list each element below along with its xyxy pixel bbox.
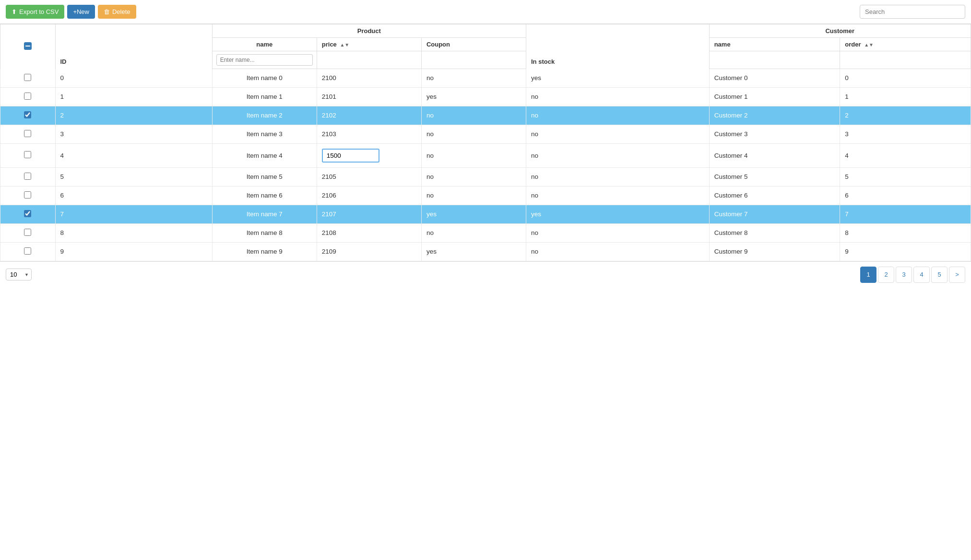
row-coupon: no	[421, 125, 526, 143]
name-filter-input[interactable]	[216, 54, 313, 66]
row-order: 1	[840, 87, 971, 106]
row-coupon: no	[421, 143, 526, 167]
row-id: 5	[55, 167, 212, 186]
row-price: 2108	[317, 223, 421, 242]
coupon-col-header: Coupon	[421, 38, 526, 51]
table-row: 7Item name 72107yesyesCustomer 77	[0, 205, 971, 223]
row-id: 9	[55, 242, 212, 261]
export-csv-button[interactable]: ⬆ Export to CSV	[6, 5, 64, 19]
row-order: 6	[840, 186, 971, 205]
row-coupon: no	[421, 223, 526, 242]
page-next-button[interactable]: >	[949, 267, 965, 283]
coupon-filter-cell	[421, 51, 526, 69]
data-table: ID Product In stock Customer name price	[0, 24, 971, 261]
row-checkbox-cell	[0, 205, 56, 223]
header-group-row: ID Product In stock Customer	[0, 24, 971, 38]
page-button-2[interactable]: 2	[878, 267, 894, 283]
row-item-name: Item name 1	[212, 87, 317, 106]
row-checkbox[interactable]	[24, 191, 31, 198]
row-customer-name: Customer 1	[709, 87, 840, 106]
table-body: 0Item name 02100noyesCustomer 001Item na…	[0, 69, 971, 261]
row-checkbox[interactable]	[24, 210, 31, 217]
price-col-header[interactable]: price ▲▼	[317, 38, 421, 51]
row-in-stock: no	[526, 87, 709, 106]
data-table-wrap: ID Product In stock Customer name price	[0, 24, 971, 261]
table-row: 0Item name 02100noyesCustomer 00	[0, 69, 971, 88]
row-checkbox[interactable]	[24, 130, 31, 137]
page-button-5[interactable]: 5	[931, 267, 947, 283]
page-button-1[interactable]: 1	[860, 267, 876, 283]
row-checkbox[interactable]	[24, 247, 31, 255]
toolbar: ⬆ Export to CSV +New 🗑 Delete	[0, 0, 971, 24]
row-order: 5	[840, 167, 971, 186]
row-customer-name: Customer 7	[709, 205, 840, 223]
row-id: 8	[55, 223, 212, 242]
row-price: 2107	[317, 205, 421, 223]
table-row: 4Item name 4nonoCustomer 44	[0, 143, 971, 167]
search-input[interactable]	[860, 5, 965, 19]
row-checkbox-cell	[0, 143, 56, 167]
export-label: Export to CSV	[19, 8, 59, 15]
row-checkbox[interactable]	[24, 111, 31, 118]
row-in-stock: no	[526, 106, 709, 125]
row-id: 7	[55, 205, 212, 223]
row-in-stock: yes	[526, 205, 709, 223]
page-button-4[interactable]: 4	[913, 267, 930, 283]
row-price: 2101	[317, 87, 421, 106]
row-checkbox-cell	[0, 242, 56, 261]
row-customer-name: Customer 9	[709, 242, 840, 261]
new-button[interactable]: +New	[67, 5, 95, 19]
row-in-stock: yes	[526, 69, 709, 88]
row-id: 4	[55, 143, 212, 167]
row-in-stock: no	[526, 125, 709, 143]
row-in-stock: no	[526, 143, 709, 167]
row-order: 8	[840, 223, 971, 242]
per-page-select[interactable]: 102550100	[6, 268, 32, 280]
row-checkbox[interactable]	[24, 173, 31, 180]
pagination-bar: 102550100 12345>	[0, 261, 971, 288]
per-page-wrap: 102550100	[6, 268, 32, 280]
row-item-name: Item name 2	[212, 106, 317, 125]
name-col-header[interactable]: name	[212, 38, 317, 51]
price-filter-cell	[317, 51, 421, 69]
row-in-stock: no	[526, 167, 709, 186]
delete-button[interactable]: 🗑 Delete	[98, 5, 136, 19]
select-all-icon[interactable]	[24, 42, 32, 50]
row-item-name: Item name 7	[212, 205, 317, 223]
row-coupon: yes	[421, 205, 526, 223]
export-icon: ⬆	[12, 8, 17, 15]
table-row: 1Item name 12101yesnoCustomer 11	[0, 87, 971, 106]
cust-name-col-header: name	[709, 38, 840, 51]
page-button-3[interactable]: 3	[896, 267, 912, 283]
row-id: 0	[55, 69, 212, 88]
new-label: +New	[73, 8, 89, 15]
row-order: 4	[840, 143, 971, 167]
row-price: 2102	[317, 106, 421, 125]
row-checkbox[interactable]	[24, 151, 31, 158]
row-checkbox-cell	[0, 106, 56, 125]
row-checkbox[interactable]	[24, 229, 31, 236]
row-price: 2105	[317, 167, 421, 186]
row-coupon: no	[421, 167, 526, 186]
table-row: 2Item name 22102nonoCustomer 22	[0, 106, 971, 125]
select-all-header[interactable]	[0, 24, 56, 69]
row-price: 2100	[317, 69, 421, 88]
row-customer-name: Customer 6	[709, 186, 840, 205]
row-checkbox-cell	[0, 167, 56, 186]
table-row: 8Item name 82108nonoCustomer 88	[0, 223, 971, 242]
row-price: 2109	[317, 242, 421, 261]
row-in-stock: no	[526, 186, 709, 205]
row-checkbox[interactable]	[24, 74, 31, 81]
row-checkbox-cell	[0, 69, 56, 88]
row-item-name: Item name 4	[212, 143, 317, 167]
row-customer-name: Customer 5	[709, 167, 840, 186]
order-col-header[interactable]: order ▲▼	[840, 38, 971, 51]
table-row: 9Item name 92109yesnoCustomer 99	[0, 242, 971, 261]
row-order: 7	[840, 205, 971, 223]
id-header: ID	[55, 24, 212, 69]
row-price: 2106	[317, 186, 421, 205]
table-row: 3Item name 32103nonoCustomer 33	[0, 125, 971, 143]
row-checkbox[interactable]	[24, 93, 31, 100]
price-edit-input[interactable]	[322, 149, 379, 163]
row-checkbox-cell	[0, 186, 56, 205]
